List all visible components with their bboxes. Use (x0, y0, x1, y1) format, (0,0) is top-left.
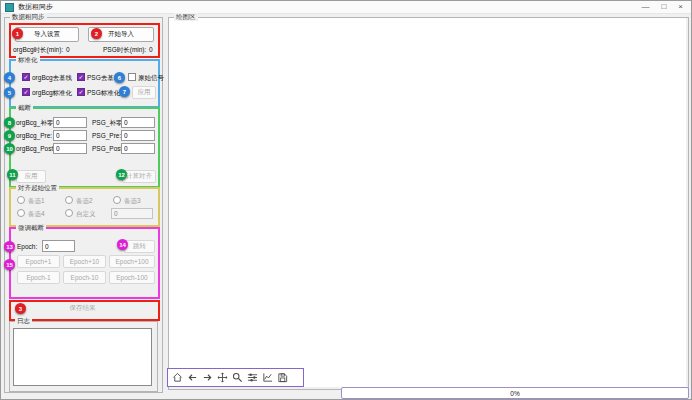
window-title: 数据粗同步 (18, 2, 53, 12)
normalize-apply-button[interactable]: 应用 (132, 86, 156, 99)
finetune-section: 微调截断 13 Epoch: 14 跳转 15 Epoch+1 Epoch+10… (9, 227, 160, 299)
psg-post-input[interactable] (121, 143, 155, 154)
epoch-plus10-button[interactable]: Epoch+10 (63, 255, 106, 268)
step-badge-9: 9 (4, 130, 15, 141)
step-badge-10: 10 (4, 143, 15, 154)
pan-icon[interactable] (217, 372, 228, 383)
title-bar: 数据粗同步 — □ × (1, 1, 691, 14)
left-panel-title: 数据粗同步 (10, 13, 47, 21)
raw-signal-label: 原始信号 (138, 73, 164, 82)
step-badge-11: 11 (7, 169, 18, 180)
psg-duration-label: PSG时长(min): (103, 45, 146, 54)
align-section: 对齐起始位置 备选1 备选2 备选3 备选4 自定义 (9, 187, 160, 227)
align-title: 对齐起始位置 (16, 184, 59, 192)
epoch-plus100-button[interactable]: Epoch+100 (109, 255, 155, 268)
orgbcg-pad-input[interactable] (53, 117, 87, 128)
home-icon[interactable] (172, 372, 183, 383)
step-badge-14: 14 (117, 239, 128, 250)
step-badge-15: 15 (4, 259, 15, 270)
back-arrow-icon[interactable] (187, 372, 198, 383)
psg-post-label: PSG_Post: (92, 144, 124, 153)
forward-arrow-icon[interactable] (202, 372, 213, 383)
psg-pre-label: PSG_Pre: (92, 131, 121, 140)
step-badge-8: 8 (4, 117, 15, 128)
step-badge-4: 4 (4, 72, 15, 83)
log-textarea[interactable] (13, 328, 152, 386)
orgbcg-pre-label: orgBcg_Pre: (16, 131, 52, 140)
calc-align-button[interactable]: 计算对齐 (122, 170, 156, 183)
step-badge-12: 12 (116, 169, 127, 180)
align-option1-label: 备选1 (28, 196, 45, 205)
orgbcg-post-input[interactable] (53, 143, 87, 154)
step-badge-7: 7 (119, 86, 130, 97)
epoch-plus1-button[interactable]: Epoch+1 (17, 255, 60, 268)
import-section: 1 导入设置 2 开始导入 orgBcg时长(min): 0 PSG时长(min… (9, 23, 160, 58)
orgbcg-normalize-checkbox[interactable]: ✓ (22, 88, 30, 96)
customize-chart-icon[interactable] (262, 372, 273, 383)
save-icon[interactable] (277, 372, 288, 383)
psg-duration-value: 0 (149, 45, 153, 54)
orgbcg-normalize-label: orgBcg标准化 (32, 88, 72, 97)
save-result-button[interactable]: 保存结果 (11, 302, 154, 315)
normalize-title: 标准化 (16, 56, 40, 64)
progress-value: 0% (510, 390, 519, 397)
orgbcg-duration-label: orgBcg时长(min): (13, 45, 63, 54)
align-option3-radio[interactable] (113, 196, 121, 204)
align-option2-radio[interactable] (65, 196, 73, 204)
app-icon (5, 3, 14, 12)
psg-pad-label: PSG_补零: (92, 118, 124, 127)
log-section: 日志 (9, 321, 158, 392)
epoch-label: Epoch: (17, 242, 37, 251)
align-custom-input[interactable] (111, 208, 153, 219)
truncate-apply-button[interactable]: 应用 (16, 170, 46, 183)
zoom-icon[interactable] (232, 372, 243, 383)
minimize-icon[interactable]: — (641, 2, 649, 12)
log-title: 日志 (15, 317, 32, 325)
import-settings-button[interactable]: 导入设置 (15, 27, 79, 42)
step-badge-6: 6 (114, 72, 125, 83)
orgbcg-detrend-checkbox[interactable]: ✓ (22, 73, 30, 81)
epoch-minus1-button[interactable]: Epoch-1 (17, 271, 60, 284)
orgbcg-pre-input[interactable] (53, 130, 87, 141)
plot-canvas[interactable] (169, 18, 686, 387)
align-option4-label: 备选4 (28, 209, 45, 218)
align-custom-label: 自定义 (76, 209, 96, 218)
psg-normalize-checkbox[interactable]: ✓ (77, 88, 85, 96)
align-custom-radio[interactable] (65, 209, 73, 217)
raw-signal-checkbox[interactable] (128, 73, 136, 81)
psg-detrend-checkbox[interactable]: ✓ (77, 73, 85, 81)
subplots-icon[interactable] (247, 372, 258, 383)
orgbcg-post-label: orgBcg_Post: (16, 144, 55, 153)
align-option3-label: 备选3 (124, 196, 141, 205)
finetune-title: 微调截断 (16, 224, 46, 232)
align-option1-radio[interactable] (17, 196, 25, 204)
app-window: 数据粗同步 — □ × 数据粗同步 1 导入设置 2 开始导入 orgBcg时长… (0, 0, 692, 400)
maximize-icon[interactable]: □ (661, 2, 666, 12)
plot-toolbar (167, 368, 304, 387)
truncate-section: 截断 8 9 10 orgBcg_补零: PSG_补零: orgBcg_Pre:… (9, 107, 160, 188)
step-badge-1: 1 (12, 28, 23, 39)
plot-panel-group: 绘图区 (168, 17, 689, 390)
step-badge-5: 5 (4, 87, 15, 98)
normalize-section: 标准化 4 5 ✓ orgBcg去基线 ✓ PSG去基线 6 原始信号 ✓ or… (9, 59, 160, 108)
epoch-minus100-button[interactable]: Epoch-100 (109, 271, 155, 284)
orgbcg-pad-label: orgBcg_补零: (16, 118, 55, 127)
jump-button[interactable]: 跳转 (124, 240, 155, 253)
psg-pre-input[interactable] (121, 130, 155, 141)
epoch-input[interactable] (42, 240, 75, 252)
orgbcg-duration-value: 0 (66, 45, 70, 54)
epoch-minus10-button[interactable]: Epoch-10 (63, 271, 106, 284)
psg-normalize-label: PSG标准化 (87, 88, 120, 97)
plot-panel-title: 绘图区 (174, 13, 198, 21)
progress-bar: 0% (341, 387, 689, 399)
close-icon[interactable]: × (678, 2, 683, 12)
align-option2-label: 备选2 (76, 196, 93, 205)
orgbcg-detrend-label: orgBcg去基线 (32, 73, 72, 82)
step-badge-13: 13 (4, 241, 15, 252)
align-option4-radio[interactable] (17, 209, 25, 217)
truncate-title: 截断 (16, 104, 33, 112)
psg-pad-input[interactable] (121, 117, 155, 128)
step-badge-2: 2 (91, 28, 102, 39)
step-badge-3: 3 (15, 303, 26, 314)
